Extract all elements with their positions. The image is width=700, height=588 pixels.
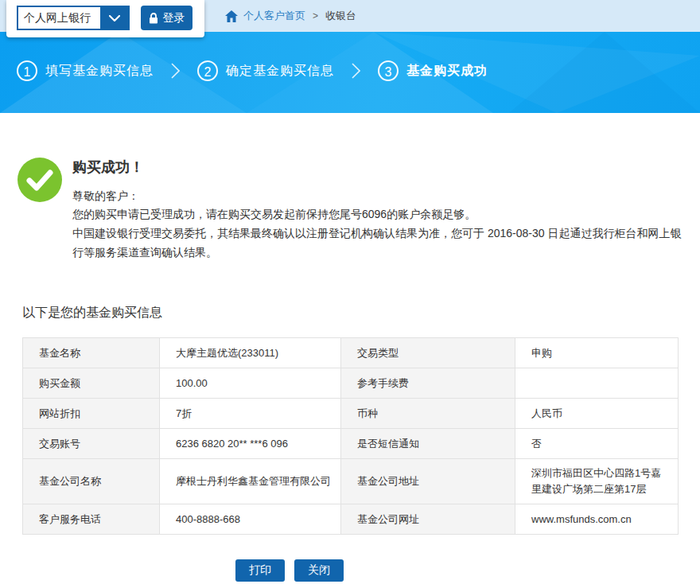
purchase-info-table: 基金名称 大摩主题优选(233011) 交易类型 申购 购买金额 100.00 … (22, 337, 679, 535)
success-text: 购买成功！ 尊敬的客户： 您的购买申请已受理成功，请在购买交易发起前保持您尾号6… (72, 158, 686, 262)
cell-label: 交易账号 (23, 429, 160, 459)
channel-select-value: 个人网上银行 (18, 7, 100, 29)
cell-value: 6236 6820 20** ***6 096 (160, 429, 341, 459)
cell-value: 摩根士丹利华鑫基金管理有限公司 (160, 459, 341, 504)
print-button[interactable]: 打印 (235, 559, 285, 582)
step-3-number: 3 (378, 60, 399, 81)
success-greeting: 尊敬的客户： (72, 187, 686, 204)
info-section-title: 以下是您的基金购买信息 (22, 305, 700, 321)
cell-label: 基金公司网址 (341, 504, 515, 535)
home-icon (225, 10, 238, 22)
cell-value: 400-8888-668 (160, 504, 341, 535)
progress-steps: 1 填写基金购买信息 2 确定基金购买信息 3 基金购买成功 (0, 32, 700, 81)
close-button[interactable]: 关闭 (294, 559, 344, 582)
table-row: 网站折扣 7折 币种 人民币 (23, 399, 679, 429)
login-quick-panel: 个人网上银行 登录 (6, 0, 204, 37)
channel-select[interactable]: 个人网上银行 (17, 6, 130, 30)
step-1-label: 填写基金购买信息 (45, 63, 154, 80)
cell-label: 币种 (341, 399, 515, 429)
cell-value: www.msfunds.com.cn (515, 504, 679, 535)
chevron-down-icon[interactable] (100, 7, 128, 29)
table-row: 交易账号 6236 6820 20** ***6 096 是否短信通知 否 (23, 429, 679, 459)
step-separator-icon (171, 63, 180, 79)
step-3-active: 3 基金购买成功 (378, 60, 488, 81)
cell-value: 大摩主题优选(233011) (160, 338, 341, 368)
success-title: 购买成功！ (72, 158, 686, 177)
breadcrumb-separator: > (313, 10, 318, 21)
cell-label: 基金名称 (23, 338, 160, 368)
cell-label: 购买金额 (23, 368, 160, 399)
step-separator-icon (352, 63, 360, 79)
step-1: 1 填写基金购买信息 (17, 60, 154, 81)
cell-value: 否 (515, 429, 679, 459)
step-1-number: 1 (17, 60, 37, 81)
cell-label: 参考手续费 (341, 368, 515, 399)
login-button[interactable]: 登录 (141, 6, 192, 30)
step-2: 2 确定基金购买信息 (197, 60, 334, 81)
cell-label: 是否短信通知 (341, 429, 515, 459)
breadcrumb-home-link[interactable]: 个人客户首页 (225, 9, 305, 23)
cell-label: 网站折扣 (23, 399, 160, 429)
table-row: 购买金额 100.00 参考手续费 (23, 368, 679, 399)
breadcrumb-home-label[interactable]: 个人客户首页 (243, 9, 305, 23)
cell-label: 交易类型 (341, 338, 515, 368)
step-2-label: 确定基金购买信息 (226, 63, 334, 80)
step-2-number: 2 (197, 60, 218, 81)
table-row: 基金名称 大摩主题优选(233011) 交易类型 申购 (23, 338, 679, 368)
success-line-1: 您的购买申请已受理成功，请在购买交易发起前保持您尾号6096的账户余额足够。 (72, 204, 686, 224)
cell-label: 基金公司地址 (341, 459, 515, 504)
cell-value (515, 368, 679, 399)
cell-value: 人民币 (515, 399, 679, 429)
breadcrumb-current: 收银台 (325, 9, 356, 23)
cell-label: 客户服务电话 (23, 504, 160, 535)
cell-value: 100.00 (160, 368, 341, 399)
breadcrumb: 个人客户首页 > 收银台 (225, 9, 356, 23)
lock-icon (149, 13, 158, 24)
success-message-block: 购买成功！ 尊敬的客户： 您的购买申请已受理成功，请在购买交易发起前保持您尾号6… (18, 158, 700, 262)
table-row: 基金公司名称 摩根士丹利华鑫基金管理有限公司 基金公司地址 深圳市福田区中心四路… (23, 459, 679, 504)
steps-banner: 1 填写基金购买信息 2 确定基金购买信息 3 基金购买成功 (0, 32, 700, 113)
cell-value: 7折 (160, 399, 341, 429)
cell-value: 深圳市福田区中心四路1号嘉里建设广场第二座第17层 (515, 459, 679, 504)
success-line-2: 中国建设银行受理交易委托，其结果最终确认以注册登记机构确认结果为准，您可于 20… (72, 224, 686, 262)
action-buttons: 打印 关闭 (235, 559, 700, 582)
cell-label: 基金公司名称 (23, 459, 160, 504)
step-3-label: 基金购买成功 (406, 63, 488, 80)
success-check-icon (18, 158, 62, 202)
cell-value: 申购 (515, 338, 679, 368)
table-row: 客户服务电话 400-8888-668 基金公司网址 www.msfunds.c… (23, 504, 679, 535)
login-button-label: 登录 (163, 11, 185, 25)
